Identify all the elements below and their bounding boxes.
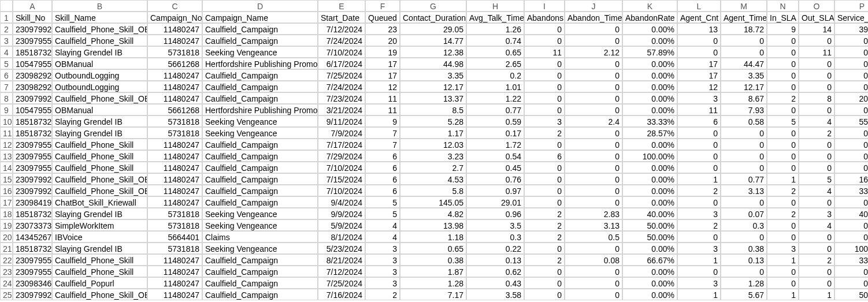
cell-25-B[interactable]: Caulfield_Phone_Skill_OB bbox=[52, 289, 147, 300]
cell-10-D[interactable]: Seeking Vengeance bbox=[202, 115, 318, 127]
cell-20-F[interactable]: 4 bbox=[365, 231, 400, 243]
cell-3-C[interactable]: 11480247 bbox=[147, 35, 202, 46]
cell-20-B[interactable]: IBVoice bbox=[52, 231, 147, 243]
cell-22-G[interactable]: 0.38 bbox=[400, 254, 466, 266]
row-header-6[interactable]: 6 bbox=[0, 69, 13, 81]
cell-10-O[interactable]: 4 bbox=[799, 115, 834, 127]
cell-3-P[interactable]: 0.00% bbox=[834, 35, 868, 46]
cell-14-O[interactable]: 0 bbox=[799, 162, 834, 173]
cell-25-F[interactable]: 2 bbox=[365, 289, 400, 300]
cell-6-B[interactable]: OutboundLogging bbox=[52, 69, 147, 81]
cell-14-I[interactable]: 0 bbox=[524, 162, 565, 173]
cell-18-H[interactable]: 0.96 bbox=[466, 208, 524, 219]
cell-18-A[interactable]: 18518732 bbox=[13, 208, 52, 219]
cell-6-I[interactable]: 0 bbox=[524, 69, 565, 81]
cell-1-O[interactable]: Out_SLA bbox=[799, 12, 834, 23]
cell-11-C[interactable]: 5731818 bbox=[147, 127, 202, 139]
col-header-N[interactable]: N bbox=[767, 0, 799, 12]
col-header-B[interactable]: B bbox=[52, 0, 147, 12]
col-header-F[interactable]: F bbox=[365, 0, 400, 12]
cell-15-L[interactable]: 1 bbox=[677, 173, 721, 185]
cell-23-J[interactable]: 0 bbox=[565, 266, 622, 277]
cell-7-I[interactable]: 0 bbox=[524, 81, 565, 92]
cell-19-B[interactable]: SimpleWorkItem bbox=[52, 219, 147, 231]
cell-6-M[interactable]: 3.35 bbox=[721, 69, 767, 81]
cell-25-C[interactable]: 11480247 bbox=[147, 289, 202, 300]
cell-15-G[interactable]: 4.53 bbox=[400, 173, 466, 185]
cell-4-C[interactable]: 5731818 bbox=[147, 46, 202, 58]
cell-20-H[interactable]: 0.3 bbox=[466, 231, 524, 243]
cell-20-N[interactable]: 0 bbox=[767, 231, 799, 243]
cell-25-M[interactable]: 5.67 bbox=[721, 289, 767, 300]
cell-2-C[interactable]: 11480247 bbox=[147, 23, 202, 35]
cell-22-K[interactable]: 66.67% bbox=[622, 254, 677, 266]
cell-17-O[interactable]: 0 bbox=[799, 196, 834, 208]
cell-16-N[interactable]: 2 bbox=[767, 185, 799, 196]
row-header-10[interactable]: 10 bbox=[0, 115, 13, 127]
cell-22-E[interactable]: 8/21/2024 bbox=[318, 254, 365, 266]
cell-7-C[interactable]: 11480247 bbox=[147, 81, 202, 92]
cell-23-H[interactable]: 0.62 bbox=[466, 266, 524, 277]
cell-4-H[interactable]: 0.65 bbox=[466, 46, 524, 58]
cell-12-G[interactable]: 12.03 bbox=[400, 139, 466, 150]
cell-13-J[interactable]: 0 bbox=[565, 150, 622, 162]
cell-1-C[interactable]: Campaign_No bbox=[147, 12, 202, 23]
cell-24-O[interactable]: 0 bbox=[799, 277, 834, 289]
cell-25-K[interactable]: 0.00% bbox=[622, 289, 677, 300]
cell-14-E[interactable]: 7/10/2024 bbox=[318, 162, 365, 173]
cell-2-K[interactable]: 0.00% bbox=[622, 23, 677, 35]
cell-13-L[interactable]: 0 bbox=[677, 150, 721, 162]
cell-9-P[interactable]: 0.00% bbox=[834, 104, 868, 115]
cell-18-I[interactable]: 2 bbox=[524, 208, 565, 219]
cell-9-K[interactable]: 0.00% bbox=[622, 104, 677, 115]
cell-23-N[interactable]: 0 bbox=[767, 266, 799, 277]
cell-6-K[interactable]: 0.00% bbox=[622, 69, 677, 81]
cell-19-P[interactable]: 0.00% bbox=[834, 219, 868, 231]
cell-2-O[interactable]: 14 bbox=[799, 23, 834, 35]
cell-13-F[interactable]: 6 bbox=[365, 150, 400, 162]
cell-16-C[interactable]: 11480247 bbox=[147, 185, 202, 196]
cell-12-F[interactable]: 7 bbox=[365, 139, 400, 150]
cell-8-P[interactable]: 20.00% bbox=[834, 92, 868, 104]
cell-3-A[interactable]: 23097955 bbox=[13, 35, 52, 46]
cell-8-J[interactable]: 0 bbox=[565, 92, 622, 104]
cell-13-H[interactable]: 0.54 bbox=[466, 150, 524, 162]
cell-24-G[interactable]: 1.28 bbox=[400, 277, 466, 289]
cell-24-I[interactable]: 0 bbox=[524, 277, 565, 289]
cell-24-C[interactable]: 11480247 bbox=[147, 277, 202, 289]
col-header-J[interactable]: J bbox=[565, 0, 622, 12]
cell-20-K[interactable]: 50.00% bbox=[622, 231, 677, 243]
cell-11-P[interactable]: 0.00% bbox=[834, 127, 868, 139]
cell-12-H[interactable]: 1.72 bbox=[466, 139, 524, 150]
cell-9-G[interactable]: 8.5 bbox=[400, 104, 466, 115]
col-header-H[interactable]: H bbox=[466, 0, 524, 12]
cell-8-O[interactable]: 8 bbox=[799, 92, 834, 104]
row-header-18[interactable]: 18 bbox=[0, 208, 13, 219]
col-header-G[interactable]: G bbox=[400, 0, 466, 12]
cell-13-K[interactable]: 100.00% bbox=[622, 150, 677, 162]
cell-8-K[interactable]: 0.00% bbox=[622, 92, 677, 104]
cell-4-M[interactable]: 0 bbox=[721, 46, 767, 58]
cell-21-E[interactable]: 5/23/2024 bbox=[318, 243, 365, 254]
cell-2-N[interactable]: 9 bbox=[767, 23, 799, 35]
cell-3-O[interactable]: 0 bbox=[799, 35, 834, 46]
cell-20-A[interactable]: 14345267 bbox=[13, 231, 52, 243]
cell-25-J[interactable]: 0 bbox=[565, 289, 622, 300]
cell-10-P[interactable]: 55.60% bbox=[834, 115, 868, 127]
cell-11-A[interactable]: 18518732 bbox=[13, 127, 52, 139]
cell-13-D[interactable]: Caulfield_Campaign bbox=[202, 150, 318, 162]
cell-16-M[interactable]: 3.13 bbox=[721, 185, 767, 196]
cell-8-B[interactable]: Caulfield_Phone_Skill_OB bbox=[52, 92, 147, 104]
cell-11-H[interactable]: 0.17 bbox=[466, 127, 524, 139]
cell-12-J[interactable]: 0 bbox=[565, 139, 622, 150]
cell-10-C[interactable]: 5731818 bbox=[147, 115, 202, 127]
cell-7-A[interactable]: 23098292 bbox=[13, 81, 52, 92]
cell-1-N[interactable]: In_SLA bbox=[767, 12, 799, 23]
cell-3-N[interactable]: 0 bbox=[767, 35, 799, 46]
col-header-D[interactable]: D bbox=[202, 0, 318, 12]
cell-19-K[interactable]: 50.00% bbox=[622, 219, 677, 231]
cell-22-D[interactable]: Caulfield_Campaign bbox=[202, 254, 318, 266]
cell-10-G[interactable]: 5.28 bbox=[400, 115, 466, 127]
cell-15-A[interactable]: 23097992 bbox=[13, 173, 52, 185]
row-header-2[interactable]: 2 bbox=[0, 23, 13, 35]
